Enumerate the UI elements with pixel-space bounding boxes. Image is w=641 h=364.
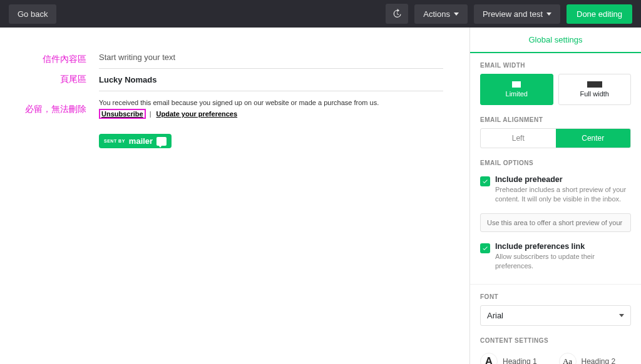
chevron-down-icon (546, 13, 551, 16)
preferences-desc: Allow subscribers to update their prefer… (495, 252, 631, 271)
unsubscribe-highlight: Unsubscribe (99, 109, 146, 119)
heading1-icon: A (480, 353, 498, 364)
preheader-desc: Preheader includes a short preview of yo… (495, 185, 631, 205)
heading2-icon: Aa (559, 353, 577, 364)
done-editing-button[interactable]: Done editing (567, 4, 632, 24)
content-settings-label: CONTENT SETTINGS (480, 337, 631, 344)
option-include-preheader[interactable]: Include preheader Preheader includes a s… (480, 171, 631, 208)
preferences-title: Include preferences link (495, 242, 631, 251)
annotation-content-area: 信件內容區 (5, 54, 86, 65)
full-width-icon (587, 81, 602, 88)
go-back-button[interactable]: Go back (9, 4, 56, 24)
check-icon (482, 245, 488, 251)
email-options-label: EMAIL OPTIONS (480, 159, 631, 166)
tab-global-settings[interactable]: Global settings (470, 28, 641, 53)
cs-heading1[interactable]: A Heading 1 (480, 349, 553, 364)
align-option-left[interactable]: Left (481, 129, 556, 148)
width-limited-label: Limited (506, 90, 528, 98)
section-email-alignment: EMAIL ALIGNMENT Left Center (470, 108, 641, 151)
unsubscribe-row: Unsubscribe | Update your preferences (99, 109, 443, 119)
mailer-label: mailer (129, 136, 153, 146)
separator: | (146, 110, 155, 118)
annotation-footer-area: 頁尾區 (5, 74, 86, 85)
content-settings-grid: A Heading 1 Aa Heading 2 Aa Text Aa Link… (480, 349, 631, 364)
section-font: FONT Arial (470, 285, 641, 328)
history-icon (392, 9, 402, 19)
cs-heading2[interactable]: Aa Heading 2 (559, 349, 632, 364)
email-content-block: Start writing your text Lucky Nomads You… (99, 46, 443, 148)
preheader-input[interactable] (480, 213, 631, 232)
email-canvas: 信件內容區 頁尾區 必留，無法刪除 Start writing your tex… (0, 28, 469, 364)
history-button[interactable] (386, 4, 408, 24)
align-option-center[interactable]: Center (556, 129, 631, 148)
section-content-settings: CONTENT SETTINGS A Heading 1 Aa Heading … (470, 328, 641, 364)
preheader-title: Include preheader (495, 175, 631, 184)
align-toggle-group: Left Center (480, 128, 631, 148)
top-toolbar: Go back Actions Preview and test Done ed… (0, 0, 641, 28)
checkbox-preferences[interactable] (480, 243, 490, 253)
settings-sidebar: Global settings EMAIL WIDTH Limited Full… (469, 28, 641, 364)
email-width-label: EMAIL WIDTH (480, 62, 631, 69)
section-email-width: EMAIL WIDTH Limited Full width (470, 53, 641, 108)
mailerlite-badge[interactable]: SENT BY mailer (99, 134, 172, 148)
speech-bubble-icon (156, 137, 167, 146)
chevron-down-icon (619, 314, 624, 317)
check-icon (482, 178, 488, 185)
sidebar-tabs: Global settings (470, 28, 641, 53)
update-preferences-link[interactable]: Update your preferences (155, 109, 239, 119)
width-option-full[interactable]: Full width (558, 74, 632, 105)
annotation-mandatory: 必留，無法刪除 (5, 104, 86, 115)
width-toggle-group: Limited Full width (480, 74, 631, 105)
width-full-label: Full width (580, 90, 609, 98)
email-text-placeholder[interactable]: Start writing your text (99, 46, 443, 69)
main-layout: 信件內容區 頁尾區 必留，無法刪除 Start writing your tex… (0, 28, 641, 364)
actions-dropdown[interactable]: Actions (414, 4, 468, 24)
preview-label: Preview and test (483, 9, 543, 19)
limited-icon (512, 81, 521, 88)
email-footer-reason: You received this email because you sign… (99, 91, 443, 109)
font-value: Arial (487, 311, 503, 320)
preferences-text: Include preferences link Allow subscribe… (495, 242, 631, 271)
font-select-dropdown[interactable]: Arial (480, 305, 631, 326)
width-option-limited[interactable]: Limited (480, 74, 553, 105)
sent-by-label: SENT BY (104, 139, 125, 143)
chevron-down-icon (454, 13, 459, 16)
option-include-preferences[interactable]: Include preferences link Allow subscribe… (480, 238, 631, 275)
actions-label: Actions (423, 9, 450, 19)
email-brand-name[interactable]: Lucky Nomads (99, 69, 443, 91)
checkbox-preheader[interactable] (480, 176, 490, 186)
preview-dropdown[interactable]: Preview and test (474, 4, 560, 24)
preheader-text: Include preheader Preheader includes a s… (495, 175, 631, 205)
email-alignment-label: EMAIL ALIGNMENT (480, 116, 631, 123)
section-email-options: EMAIL OPTIONS Include preheader Preheade… (470, 151, 641, 278)
unsubscribe-link[interactable]: Unsubscribe (100, 109, 145, 119)
font-label: FONT (480, 293, 631, 300)
